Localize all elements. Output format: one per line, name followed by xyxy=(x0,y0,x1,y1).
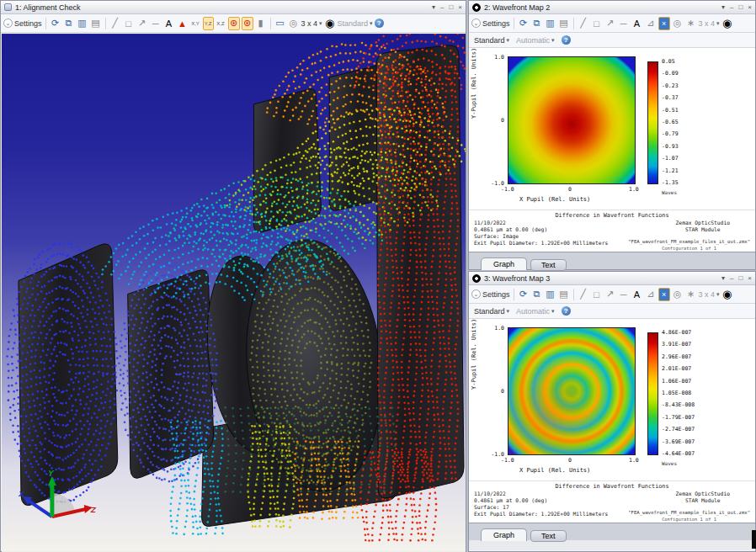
window1-close-button[interactable]: × xyxy=(458,3,462,11)
colorbar-unit: Waves xyxy=(662,189,677,195)
copy-icon[interactable]: ⧉ xyxy=(531,288,543,301)
rectangle-tool-icon[interactable]: □ xyxy=(123,17,135,30)
refresh-icon[interactable]: ⟳ xyxy=(50,17,61,30)
preset-dropdown[interactable]: Standard▾ xyxy=(338,19,373,28)
colorbar xyxy=(647,61,658,184)
print-icon[interactable]: ▤ xyxy=(558,288,570,301)
tab-text[interactable]: Text xyxy=(530,530,567,542)
print-icon[interactable]: ▤ xyxy=(558,17,570,30)
text-tool-icon[interactable]: A xyxy=(631,17,643,30)
help-icon[interactable]: ? xyxy=(375,19,384,28)
plot-title: Difference in Wavefront Functions xyxy=(469,212,755,219)
automatic-dropdown[interactable]: Automatic▾ xyxy=(516,307,555,316)
colorbar-labels: 0.05-0.09-0.23-0.37-0.51-0.65-0.79-0.93-… xyxy=(662,58,679,186)
chart-icon[interactable]: ⊿ xyxy=(645,17,657,30)
window-wavefront-map-2: 2: Wavefront Map 2 ▾ – □ × ⌄ Settings ⟳ … xyxy=(468,0,756,270)
pupil-map-canvas xyxy=(508,327,636,455)
window1-maximize-button[interactable]: □ xyxy=(449,3,453,11)
gear-icon[interactable]: ∗ xyxy=(685,288,697,301)
x-axis-label: X Pupil (Rel. Units) xyxy=(519,196,590,203)
standard-dropdown[interactable]: Standard▾ xyxy=(474,36,509,45)
save-graphic-icon[interactable]: ▥ xyxy=(77,17,88,30)
y-tick: 0 xyxy=(487,117,504,124)
dash-tool-icon[interactable]: ─ xyxy=(618,17,630,30)
window2-titlebar[interactable]: 2: Wavefront Map 2 ▾ – □ × xyxy=(469,1,755,14)
cross-section-icon[interactable]: × xyxy=(658,17,670,30)
arrow-tool-icon[interactable]: ↗ xyxy=(136,17,148,30)
monitor-icon[interactable]: ▭ xyxy=(274,17,286,30)
line-tool-icon[interactable]: ╱ xyxy=(578,288,589,301)
window3-menu-button[interactable]: ▾ xyxy=(721,274,725,282)
ray-fan-off-icon-2[interactable]: ⊛ xyxy=(242,17,253,30)
record-target-icon[interactable]: ◉ xyxy=(721,288,733,301)
window2-toolbar: ⌄ Settings ⟳ ⧉ ▥ ▤ ╱ □ ↗ ─ A ⊿ × ◎ ∗ 3 x… xyxy=(469,14,755,33)
ray-fan-off-icon[interactable]: ⊛ xyxy=(228,17,240,30)
help-icon[interactable]: ? xyxy=(562,306,571,316)
line-tool-icon[interactable]: ╱ xyxy=(109,17,121,30)
tab-graph[interactable]: Graph xyxy=(481,257,527,270)
colorbar-unit: Waves xyxy=(662,460,677,466)
arrow-tool-icon[interactable]: ↗ xyxy=(604,17,616,30)
view-xz-button[interactable]: X,Z xyxy=(216,17,226,30)
text-tool-icon[interactable]: A xyxy=(163,17,175,30)
window3-titlebar[interactable]: 3: Wavefront Map 3 ▾ – □ × xyxy=(469,272,755,285)
x-tick: -1.0 xyxy=(501,186,514,193)
gear-icon[interactable]: ∗ xyxy=(685,17,697,30)
grid-config-button[interactable]: 3 x 4▾ xyxy=(699,19,720,28)
window3-close-button[interactable]: × xyxy=(748,274,752,282)
settings-chevron-icon[interactable]: ⌄ xyxy=(471,289,481,299)
window1-menu-button[interactable]: ▾ xyxy=(432,3,435,11)
print-icon[interactable]: ▤ xyxy=(90,17,102,30)
tab-graph[interactable]: Graph xyxy=(481,528,527,541)
window1-title: 1: Alignment Check xyxy=(15,3,81,12)
dash-tool-icon[interactable]: ─ xyxy=(150,17,162,30)
save-graphic-icon[interactable]: ▥ xyxy=(545,17,556,30)
sphere-icon[interactable]: ◎ xyxy=(288,17,300,30)
cross-section-icon[interactable]: × xyxy=(658,288,670,301)
window2-close-button[interactable]: × xyxy=(748,3,752,11)
window3-minimize-button[interactable]: – xyxy=(730,274,733,282)
window2-menu-button[interactable]: ▾ xyxy=(721,3,725,11)
text-tool-icon[interactable]: A xyxy=(631,288,643,301)
arrow-tool-icon[interactable]: ↗ xyxy=(604,288,616,301)
rectangle-tool-icon[interactable]: □ xyxy=(591,17,603,30)
automatic-dropdown[interactable]: Automatic▾ xyxy=(516,36,555,45)
lock-icon[interactable]: ▮ xyxy=(255,17,267,30)
window2-maximize-button[interactable]: □ xyxy=(738,3,743,11)
grid-config-button[interactable]: 3 x 4▾ xyxy=(699,290,720,299)
copy-icon[interactable]: ⧉ xyxy=(531,17,543,30)
settings-button[interactable]: Settings xyxy=(482,19,510,28)
help-icon[interactable]: ? xyxy=(562,35,571,45)
sphere-icon[interactable]: ◎ xyxy=(672,17,684,30)
3d-viewport[interactable]: X Y Z xyxy=(2,34,466,552)
refresh-icon[interactable]: ⟳ xyxy=(518,17,530,30)
save-graphic-icon[interactable]: ▥ xyxy=(545,288,556,301)
grid-config-button[interactable]: 3 x 4▾ xyxy=(301,19,322,28)
window1-titlebar[interactable]: 1: Alignment Check ▾ – □ × xyxy=(1,1,466,14)
dash-tool-icon[interactable]: ─ xyxy=(618,288,630,301)
record-target-icon[interactable]: ◉ xyxy=(721,17,733,30)
y-axis-label: Y-Pupil (Rel. Units) xyxy=(471,48,477,119)
window1-minimize-button[interactable]: – xyxy=(440,3,444,11)
line-tool-icon[interactable]: ╱ xyxy=(578,17,589,30)
window1-icon xyxy=(4,3,12,11)
tab-text[interactable]: Text xyxy=(530,259,567,271)
sphere-icon[interactable]: ◎ xyxy=(672,288,684,301)
y-tick: 1.0 xyxy=(487,54,504,61)
window2-minimize-button[interactable]: – xyxy=(730,3,733,11)
chart-icon[interactable]: ⊿ xyxy=(645,288,657,301)
solid-model-icon[interactable]: ▲ xyxy=(177,17,189,30)
settings-button[interactable]: Settings xyxy=(482,290,510,299)
refresh-icon[interactable]: ⟳ xyxy=(518,288,530,301)
x-tick: 1.0 xyxy=(629,186,639,193)
copy-icon[interactable]: ⧉ xyxy=(63,17,75,30)
window3-maximize-button[interactable]: □ xyxy=(738,274,743,282)
settings-chevron-icon[interactable]: ⌄ xyxy=(3,19,13,28)
standard-dropdown[interactable]: Standard▾ xyxy=(474,307,509,316)
rectangle-tool-icon[interactable]: □ xyxy=(591,288,603,301)
view-yz-button[interactable]: Y,Z xyxy=(203,17,214,30)
record-target-icon[interactable]: ◉ xyxy=(324,17,336,30)
view-xy-button[interactable]: X,Y xyxy=(190,17,201,30)
settings-chevron-icon[interactable]: ⌄ xyxy=(471,19,481,28)
settings-button[interactable]: Settings xyxy=(14,19,42,28)
